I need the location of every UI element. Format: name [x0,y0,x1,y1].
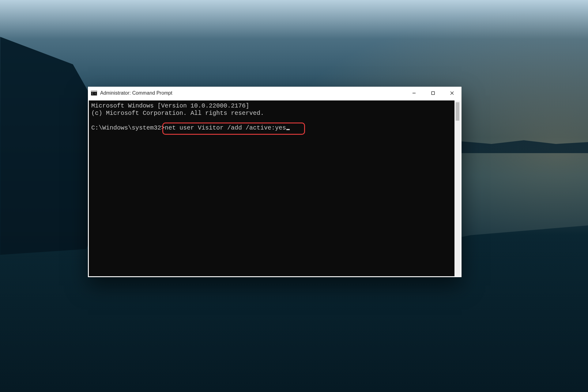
maximize-button[interactable] [424,87,443,100]
window-title: Administrator: Command Prompt [100,90,172,96]
terminal-cursor [286,129,290,130]
terminal-command: net user Visitor /add /active:yes [165,124,286,131]
terminal-prompt: C:\Windows\system32> [91,124,165,132]
window-controls [405,87,462,100]
terminal-command-wrap: net user Visitor /add /active:yes [165,124,290,132]
terminal-line-copyright: (c) Microsoft Corporation. All rights re… [91,110,452,117]
terminal-blank-line [91,117,452,124]
svg-rect-3 [413,93,416,93]
terminal-prompt-line: C:\Windows\system32> net user Visitor /a… [91,124,452,132]
close-button[interactable] [443,87,462,100]
titlebar[interactable]: C:\ Administrator: Command Prompt [88,87,462,100]
cmd-icon: C:\ [91,91,97,96]
svg-rect-4 [432,92,435,95]
maximize-icon [431,91,435,95]
terminal-line-version: Microsoft Windows [Version 10.0.22000.21… [91,102,452,110]
minimize-button[interactable] [405,87,424,100]
minimize-icon [412,91,416,95]
vertical-scrollbar[interactable] [454,100,461,276]
scrollbar-thumb[interactable] [456,102,459,121]
close-icon [450,91,454,95]
svg-rect-1 [91,91,97,92]
terminal[interactable]: Microsoft Windows [Version 10.0.22000.21… [89,100,454,276]
cmd-window: C:\ Administrator: Command Prompt [88,87,462,277]
client-area: Microsoft Windows [Version 10.0.22000.21… [88,100,462,277]
svg-text:C:\: C:\ [92,92,96,95]
